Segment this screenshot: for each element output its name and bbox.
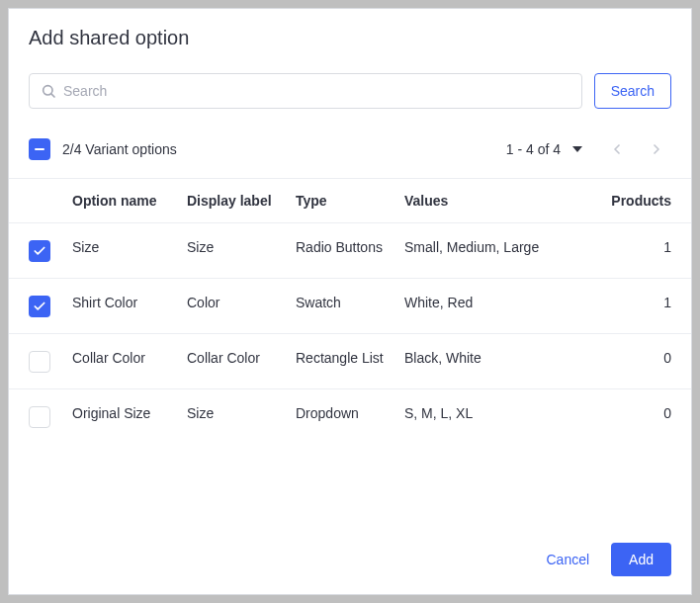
- cell-type: Swatch: [296, 295, 404, 310]
- row-checkbox-cell: [29, 239, 72, 262]
- cancel-button[interactable]: Cancel: [532, 544, 603, 575]
- add-button[interactable]: Add: [611, 543, 671, 576]
- row-checkbox-cell: [29, 295, 72, 317]
- row-checkbox-cell: [29, 405, 72, 428]
- svg-line-1: [51, 94, 54, 97]
- table-row: Original SizeSizeDropdownS, M, L, XL0: [9, 388, 691, 444]
- chevron-left-icon: [609, 141, 625, 157]
- modal-footer: Cancel Add: [9, 525, 691, 594]
- row-checkbox[interactable]: [29, 351, 50, 373]
- pagination-controls: 1 - 4 of 4: [506, 134, 671, 164]
- table-row: SizeSizeRadio ButtonsSmall, Medium, Larg…: [9, 222, 691, 278]
- cell-values: White, Red: [404, 295, 598, 310]
- header-checkbox-col: [29, 193, 72, 194]
- cell-values: Small, Medium, Large: [404, 239, 598, 255]
- cell-type: Dropdown: [296, 405, 404, 421]
- modal-title: Add shared option: [29, 27, 671, 49]
- cell-type: Radio Buttons: [296, 239, 404, 255]
- modal-header: Add shared option: [9, 9, 691, 59]
- add-shared-option-modal: Add shared option Search 2/4 Variant opt…: [8, 8, 692, 595]
- selection-count-label: 2/4 Variant options: [62, 141, 177, 157]
- cell-display-label: Color: [187, 295, 296, 310]
- cell-option-name: Collar Color: [72, 350, 187, 366]
- table-header-row: Option name Display label Type Values Pr…: [9, 178, 691, 222]
- table-row: Shirt ColorColorSwatchWhite, Red1: [9, 278, 691, 333]
- header-option-name: Option name: [72, 193, 187, 209]
- search-icon: [41, 83, 56, 99]
- row-checkbox[interactable]: [29, 240, 50, 262]
- cell-display-label: Size: [187, 405, 296, 421]
- cell-option-name: Original Size: [72, 405, 187, 421]
- cell-option-name: Size: [72, 239, 187, 255]
- cell-products: 0: [598, 405, 671, 421]
- header-products: Products: [598, 193, 671, 209]
- header-values: Values: [404, 193, 598, 209]
- search-box: [29, 73, 582, 109]
- select-all-checkbox[interactable]: [29, 138, 50, 160]
- cell-display-label: Size: [187, 239, 296, 255]
- row-checkbox[interactable]: [29, 406, 50, 428]
- row-checkbox[interactable]: [29, 296, 50, 317]
- search-button[interactable]: Search: [594, 73, 671, 109]
- cell-products: 1: [598, 295, 671, 310]
- chevron-right-icon: [649, 141, 664, 157]
- next-page-button[interactable]: [642, 134, 671, 164]
- check-icon: [33, 300, 46, 313]
- table-body: SizeSizeRadio ButtonsSmall, Medium, Larg…: [9, 222, 691, 444]
- cell-products: 0: [598, 350, 671, 366]
- cell-products: 1: [598, 239, 671, 255]
- pagination-range: 1 - 4 of 4: [506, 141, 561, 157]
- search-input[interactable]: [29, 73, 582, 109]
- page-size-dropdown-icon[interactable]: [572, 146, 582, 152]
- cell-display-label: Collar Color: [187, 350, 296, 366]
- row-checkbox-cell: [29, 350, 72, 373]
- table-controls: 2/4 Variant options 1 - 4 of 4: [9, 117, 691, 178]
- search-row: Search: [9, 59, 691, 117]
- cell-type: Rectangle List: [296, 350, 404, 366]
- cell-values: Black, White: [404, 350, 598, 366]
- cell-values: S, M, L, XL: [404, 405, 598, 421]
- check-icon: [33, 244, 46, 258]
- prev-page-button[interactable]: [602, 134, 632, 164]
- table-row: Collar ColorCollar ColorRectangle ListBl…: [9, 333, 691, 388]
- header-display-label: Display label: [187, 193, 296, 209]
- header-type: Type: [296, 193, 404, 209]
- options-table: Option name Display label Type Values Pr…: [9, 178, 691, 444]
- cell-option-name: Shirt Color: [72, 295, 187, 310]
